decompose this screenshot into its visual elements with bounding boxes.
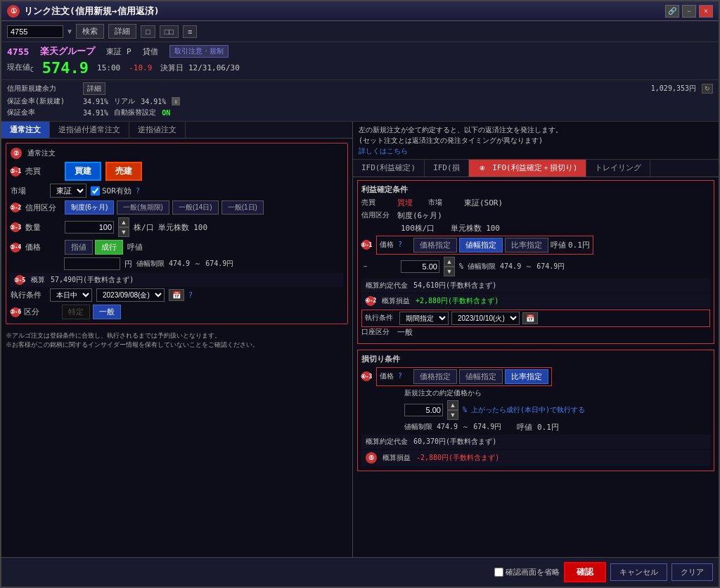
- confirm-button[interactable]: 確認: [564, 562, 606, 582]
- sell-button[interactable]: 売建: [105, 162, 142, 181]
- tab-reverse-order[interactable]: 逆指値注文: [129, 122, 186, 138]
- view-btn-3[interactable]: ≡: [183, 25, 197, 38]
- sor-help-icon[interactable]: ?: [136, 187, 140, 195]
- tab-reverse-attached[interactable]: 逆指値付通常注文: [50, 122, 129, 138]
- date-select[interactable]: 2023/09/08(金): [96, 288, 165, 302]
- tab-normal-order[interactable]: 通常注文: [1, 122, 50, 138]
- tab-ifd-profit[interactable]: IFD(利益確定): [353, 160, 425, 177]
- view-btn-1[interactable]: □: [141, 25, 155, 38]
- detail-link[interactable]: 詳しくはこちら: [359, 147, 408, 155]
- main-content: 通常注文 逆指値付通常注文 逆指値注文 ② 通常注文 ③-1 売買 買建 売建: [1, 122, 719, 557]
- stoploss-pct-down[interactable]: ▼: [447, 410, 458, 420]
- price-label: 現在値C: [7, 62, 34, 73]
- margin-detail-btn[interactable]: 詳細: [83, 82, 105, 95]
- profit-pct-down[interactable]: ▼: [444, 267, 455, 276]
- right-tab-bar: IFD(利益確定) IFD(損 ④ IFO(利益確定＋損切り) トレイリング: [353, 160, 719, 177]
- credit-6m-btn[interactable]: 制度(6ヶ月): [65, 200, 114, 215]
- left-tab-bar: 通常注文 逆指値付通常注文 逆指値注文: [1, 122, 352, 139]
- view-btn-2[interactable]: □□: [160, 25, 179, 38]
- credit-14d-btn[interactable]: 一般(14日): [172, 200, 219, 215]
- price-range: 値幅制限 474.9 ～ 674.9円: [136, 259, 233, 269]
- sor-checkbox-label[interactable]: SOR有効: [91, 186, 131, 196]
- stoploss-pct-row: ▲ ▼ % 上がったら成行(本日中)で執行する: [361, 400, 710, 420]
- profit-price-limit-btn[interactable]: 価格指定: [413, 238, 457, 253]
- right-desc: 左の新規注文が全て約定すると、以下の返済注文を発注します。(セット注文とは返済注…: [353, 122, 719, 160]
- stock-info-row2: 現在値C 574.9 15:00 -10.9 決算日 12/31,06/30: [7, 59, 713, 77]
- exec-select[interactable]: 本日中: [50, 288, 92, 302]
- main-window: ① リンク注文(信用新規→信用返済) 🔗 － × ▼ 検索 詳細 □ □□ ≡ …: [0, 0, 720, 588]
- profit-pct-input[interactable]: [401, 260, 439, 273]
- credit-1d-btn[interactable]: 一般(1日): [221, 200, 264, 215]
- calc-label: 概算: [31, 275, 45, 285]
- badge-3-4: ③-4: [11, 243, 20, 253]
- stoploss-price-row: ④-3 価格 ? 価格指定 値幅指定 比率指定: [361, 367, 710, 386]
- stoploss-pct-up[interactable]: ▲: [447, 400, 458, 410]
- profit-calc-label: 概算約定代金: [366, 281, 408, 290]
- stoploss-price-limit-btn[interactable]: 価格指定: [413, 369, 457, 384]
- price-type-market-btn[interactable]: 成行: [95, 240, 123, 255]
- loan-type: 貸借: [143, 46, 158, 57]
- profit-price-ratio-btn[interactable]: 比率指定: [505, 238, 548, 253]
- kubun-general-btn[interactable]: 一般: [93, 305, 121, 319]
- profit-bs-label: 売買: [361, 198, 393, 207]
- profit-pl-label: 概算損益: [382, 296, 410, 306]
- exec-row: 執行条件 本日中 2023/09/08(金) 📅 ?: [11, 288, 343, 302]
- detail-button[interactable]: 詳細: [108, 24, 136, 39]
- stoploss-price-range-btn[interactable]: 値幅指定: [459, 369, 503, 384]
- badge-1: ①: [7, 5, 20, 18]
- credit-unlimited-btn[interactable]: 一般(無期限): [117, 200, 169, 215]
- exchange: 東証 P: [106, 46, 131, 57]
- profit-pct-up[interactable]: ▲: [444, 257, 455, 267]
- tab-ifo[interactable]: ④ IFO(利益確定＋損切り): [469, 160, 587, 177]
- cancel-button[interactable]: キャンセル: [610, 563, 667, 581]
- stoploss-price-help-icon[interactable]: ?: [398, 372, 402, 380]
- close-btn[interactable]: ×: [699, 5, 713, 18]
- stoploss-price-ratio-btn[interactable]: 比率指定: [505, 369, 548, 384]
- profit-price-range-btn[interactable]: 値幅指定: [459, 238, 503, 253]
- profit-kubun-label: 口座区分: [361, 327, 393, 337]
- profit-exec-select[interactable]: 期間指定: [399, 312, 449, 325]
- refresh-btn[interactable]: ↻: [702, 84, 713, 94]
- calendar-btn[interactable]: 📅: [169, 289, 184, 301]
- stoploss-range: 値幅制限 474.9 ～ 674.9円: [404, 422, 501, 432]
- search-button[interactable]: 検索: [76, 24, 104, 39]
- qty-down-btn[interactable]: ▼: [118, 227, 129, 237]
- link-btn[interactable]: 🔗: [665, 5, 679, 18]
- clear-button[interactable]: クリア: [671, 563, 713, 581]
- qty-up-btn[interactable]: ▲: [118, 217, 129, 227]
- minimize-btn[interactable]: －: [682, 5, 696, 18]
- badge-3-1: ③-1: [11, 167, 20, 177]
- price-type-group: 指値 成行: [65, 240, 123, 255]
- profit-date-select[interactable]: 2023/10/10(火): [451, 312, 520, 325]
- margin-label-1: 信用新規建余力: [7, 84, 77, 94]
- stoploss-price-label: 価格 ?: [380, 371, 411, 381]
- stoploss-pct-spin: ▲ ▼: [447, 400, 458, 420]
- profit-credit-row: 信用区分 制度(6ヶ月): [361, 210, 710, 221]
- settlement: 決算日 12/31,06/30: [160, 63, 239, 73]
- profit-cal-btn[interactable]: 📅: [522, 312, 538, 324]
- stoploss-range-row: 値幅制限 474.9 ～ 674.9円 呼値 0.1円: [361, 422, 710, 433]
- stoploss-pct-input[interactable]: [404, 404, 443, 416]
- rate-value-1: 34.91%: [83, 98, 108, 106]
- price-input[interactable]: [64, 257, 120, 270]
- title-bar-right: 🔗 － ×: [665, 5, 713, 18]
- tab-ifd-loss[interactable]: IFD(損: [425, 160, 469, 177]
- tab-trailing[interactable]: トレイリング: [586, 160, 650, 177]
- market-select[interactable]: 東証: [50, 184, 86, 198]
- notice-button[interactable]: 取引注意・規制: [169, 45, 229, 58]
- stock-code-input[interactable]: [7, 25, 63, 38]
- kubun-specific-btn[interactable]: 特定: [62, 305, 90, 319]
- price-input-row: 円 値幅制限 474.9 ～ 674.9円: [11, 257, 343, 270]
- price-change: -10.9: [129, 63, 152, 72]
- qty-input[interactable]: [65, 221, 114, 234]
- price-type-limit-btn[interactable]: 指値: [65, 240, 93, 255]
- sor-checkbox[interactable]: [91, 186, 100, 196]
- exec-help-icon[interactable]: ?: [188, 291, 193, 299]
- confirm-checkbox-label[interactable]: 確認画面を省略: [494, 567, 560, 577]
- profit-pct-row: － ▲ ▼ % 値幅制限 474.9 ～ 674.9円: [361, 257, 710, 276]
- confirm-checkbox[interactable]: [494, 568, 503, 577]
- stoploss-price-group: 価格 ? 価格指定 値幅指定 比率指定: [376, 367, 552, 386]
- stoploss-calc-label: 概算約定代金: [366, 437, 408, 447]
- buy-button[interactable]: 買建: [65, 162, 101, 181]
- price-help-icon[interactable]: ?: [398, 241, 402, 248]
